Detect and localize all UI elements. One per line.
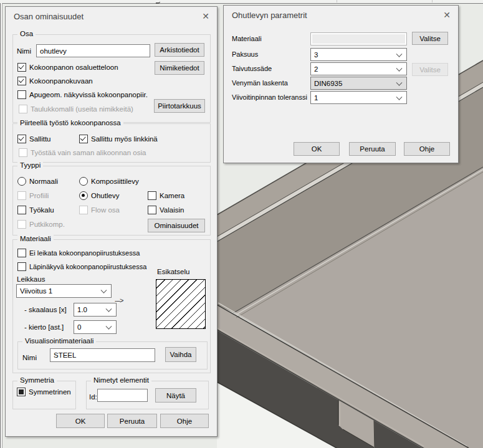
checkbox-taulukkomalli: Taulukkomalli (useita nimikkeitä) <box>19 105 133 113</box>
chevron-down-icon <box>396 50 403 57</box>
checkbox-unchecked-icon <box>17 249 26 257</box>
nayta-button[interactable]: Näytä <box>155 388 196 403</box>
chevron-down-icon <box>396 65 403 71</box>
viivoitus-dropdown[interactable]: Viivoitus 1 <box>16 284 112 298</box>
visualization-material-input[interactable]: STEEL <box>50 348 155 362</box>
checkbox-unchecked-icon <box>17 90 26 99</box>
checkbox-valaisin[interactable]: Valaisin <box>148 206 184 214</box>
radio-icon <box>79 177 88 186</box>
viivoitin-label: Viivoitinpinnan toleranssi <box>232 93 307 101</box>
checkbox-tyokalu[interactable]: Työkalu <box>17 206 54 214</box>
sheet-metal-titlebar[interactable]: Ohutlevyn parametrit ✕ <box>224 6 458 24</box>
checkbox-disabled-icon <box>79 206 88 214</box>
kierto-dropdown[interactable]: 0 <box>74 320 117 334</box>
part-name-input[interactable]: ohutlevy <box>36 44 150 57</box>
radio-normaali[interactable]: Normaali <box>17 177 58 185</box>
ominaisuudet-button[interactable]: Ominaisuudet <box>148 219 205 232</box>
part-properties-titlebar[interactable]: Osan ominaisuudet ✕ <box>6 7 217 26</box>
checkbox-profiili: Profiili <box>17 191 49 199</box>
chevron-down-icon <box>396 79 403 85</box>
checkbox-flow-osa: Flow osa <box>79 206 120 214</box>
checkbox-disabled-icon <box>17 220 26 229</box>
materiaali-label: Materiaali <box>232 35 262 42</box>
checkbox-kamera[interactable]: Kamera <box>148 191 184 199</box>
group-piirre-label: Piirteellä työstö kokoonpanossa <box>17 119 123 126</box>
checkbox-apugeom[interactable]: Apugeom. näkyvissä kokoonpanopiir. <box>17 90 148 98</box>
checkbox-disabled-icon <box>19 105 27 113</box>
checkbox-symmetrinen[interactable]: Symmetrinen <box>17 388 71 396</box>
ok-button[interactable]: OK <box>56 414 105 428</box>
skaalaus-label: - skaalaus [x] <box>24 306 67 313</box>
valitse-material-button[interactable]: Valitse <box>412 32 448 45</box>
chevron-down-icon <box>396 93 403 100</box>
checkbox-indeterminate-icon <box>17 388 26 396</box>
material-value <box>312 34 405 44</box>
piirtotarkkuus-button[interactable]: Piirtotarkkuus <box>154 99 205 113</box>
checkbox-lapinakyva[interactable]: Läpinäkyvä kokoonpanopiirustuksessa <box>17 262 146 270</box>
app-toolbar-remnant <box>0 0 483 4</box>
checkbox-unchecked-icon <box>148 191 156 200</box>
radio-icon <box>17 177 26 186</box>
group-symmetria-label: Symmetria <box>17 376 57 384</box>
checkbox-osaluettelo[interactable]: Kokoonpanon osaluetteloon <box>17 63 118 71</box>
skaalaus-dropdown[interactable]: 1.0 <box>74 303 117 317</box>
ok-button[interactable]: OK <box>294 142 340 156</box>
close-icon[interactable]: ✕ <box>442 10 452 20</box>
radio-selected-icon <box>79 191 88 200</box>
group-tyyppi-label: Tyyppi <box>17 161 43 169</box>
checkbox-checked-icon <box>79 135 88 143</box>
paksuus-label: Paksuus <box>232 50 258 58</box>
group-visualisointi-label: Visualisointimateriaali <box>22 337 96 345</box>
vaihda-button[interactable]: Vaihda <box>165 347 196 362</box>
dialog-title: Ohutlevyn parametrit <box>232 11 307 20</box>
group-piirre: Piirteellä työstö kokoonpanossa <box>12 123 211 163</box>
checkbox-putkikomp: Putkikomp. <box>17 220 65 228</box>
hatch-preview <box>156 279 206 329</box>
group-osa-label: Osa <box>17 30 36 37</box>
radio-komposiittilevy[interactable]: Komposiittilevy <box>79 177 139 185</box>
checkbox-linkki[interactable]: Sallittu myös linkkinä <box>79 135 158 143</box>
visualization-material-value: STEEL <box>54 351 76 359</box>
radio-ohutlevy[interactable]: Ohutlevy <box>79 191 119 199</box>
dialog-title: Osan ominaisuudet <box>14 12 84 21</box>
elongation-dropdown[interactable]: DIN6935 <box>310 77 407 90</box>
valitse-radius-button-disabled: Valitse <box>412 63 448 76</box>
toolbar-glyph-fragment <box>156 0 160 4</box>
arkistotiedot-button[interactable]: Arkistotiedot <box>155 43 204 57</box>
checkbox-checked-icon <box>17 135 26 143</box>
peruuta-button[interactable]: Peruuta <box>349 142 396 156</box>
thickness-dropdown[interactable]: 3 <box>310 48 407 61</box>
chevron-down-icon <box>106 306 112 312</box>
kierto-label: - kierto [ast.] <box>24 323 64 331</box>
checkbox-disabled-icon <box>19 148 27 157</box>
checkbox-unchecked-icon <box>17 206 26 214</box>
chevron-down-icon <box>106 323 112 330</box>
checkbox-disabled-icon <box>17 191 26 200</box>
checkbox-kokoonpanokuva[interactable]: Kokoonpanokuvaan <box>17 77 93 85</box>
toolbar-separator <box>337 0 337 2</box>
bend-radius-dropdown[interactable]: 2 <box>310 62 407 75</box>
checkbox-sallittu[interactable]: Sallittu <box>17 135 51 143</box>
checkbox-checked-icon <box>17 63 26 72</box>
vis-nimi-label: Nimi <box>22 354 37 361</box>
element-id-input[interactable] <box>97 389 148 402</box>
leikkaus-label: Leikkaus <box>17 275 45 283</box>
ruling-tolerance-dropdown[interactable]: 1 <box>310 91 407 104</box>
venyma-label: Venymän laskenta <box>232 79 288 87</box>
part-name-value: ohutlevy <box>40 47 67 55</box>
checkbox-unchecked-icon <box>17 262 26 271</box>
nimiketiedot-button[interactable]: Nimiketiedot <box>155 61 204 75</box>
id-label: Id: <box>89 393 97 401</box>
close-icon[interactable]: ✕ <box>201 11 211 21</box>
checkbox-checked-icon <box>17 77 26 85</box>
sheet-metal-dialog: Ohutlevyn parametrit ✕ Materiaali Valits… <box>223 5 459 163</box>
material-input[interactable] <box>310 32 407 45</box>
esikatselu-label: Esikatselu <box>157 268 189 275</box>
taivutussade-label: Taivutussäde <box>232 65 272 72</box>
peruuta-button[interactable]: Peruuta <box>107 414 157 428</box>
checkbox-ei-leikata[interactable]: Ei leikata kokoonpanopiirustuksessa <box>17 249 140 257</box>
ohje-button[interactable]: Ohje <box>404 142 450 156</box>
ohje-button[interactable]: Ohje <box>160 414 209 428</box>
group-nimetyt-label: Nimetyt elementit <box>91 376 151 384</box>
checkbox-unchecked-icon <box>148 206 156 214</box>
